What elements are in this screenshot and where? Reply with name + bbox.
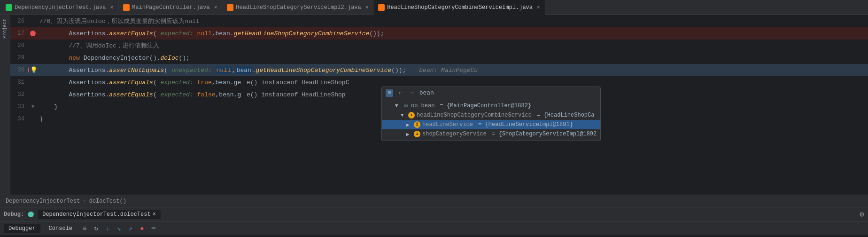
line-code-29: new DependencyInjector().doIoc(); bbox=[38, 55, 868, 62]
code-line-28: 28 //7、调用doIoc，进行依赖注入 bbox=[10, 40, 868, 52]
main-area: Project 26 //6、因为没调用doIoc，所以成员变量的实例应该为nu… bbox=[0, 15, 868, 195]
breadcrumb-method[interactable]: doIocTest() bbox=[89, 198, 126, 205]
tooltip-nav-back[interactable]: ← bbox=[397, 89, 404, 97]
warning-icon-30: 💡 bbox=[30, 66, 38, 74]
line-code-31: Assertions.assertEquals( expected: true,… bbox=[38, 79, 868, 86]
tree-icon-combine: i bbox=[408, 112, 415, 118]
tab-icon-java-1 bbox=[123, 4, 130, 11]
sidebar-project-label[interactable]: Project bbox=[1, 17, 8, 40]
tab-icon-test bbox=[6, 4, 12, 11]
inline-hint-30: bean: MainPageCo bbox=[419, 67, 478, 74]
tab-headline-combine-service[interactable]: HeadLineShopCategoryCombineServiceImpl.j… bbox=[373, 0, 545, 15]
line-number-31: 31 bbox=[10, 79, 28, 86]
nav-run-cursor-icon[interactable]: ● bbox=[138, 224, 146, 233]
tab-label-main: MainPageController.java bbox=[132, 4, 210, 11]
breakpoint-30[interactable] bbox=[28, 67, 29, 73]
nav-step-out-icon[interactable]: ↗ bbox=[127, 223, 134, 233]
debug-label: Debug: bbox=[4, 211, 24, 218]
debug-tab-close[interactable]: × bbox=[153, 211, 156, 218]
gutter-30: 💡 bbox=[28, 66, 38, 74]
tree-item-combine-service[interactable]: ▼ i headLineShopCategoryCombineService =… bbox=[382, 111, 600, 120]
nav-rerun-icon[interactable]: ↻ bbox=[92, 223, 100, 233]
line-number-34: 34 bbox=[10, 116, 28, 122]
fold-indicator-33[interactable]: ▼ bbox=[31, 104, 35, 110]
console-label: Console bbox=[49, 225, 72, 232]
tree-item-bean[interactable]: ▼ ∞ oo bean = {MainPageController@1882} bbox=[382, 101, 600, 111]
debug-tab-label: DependencyInjectorTest.doIocTest bbox=[42, 211, 150, 218]
nav-step-over-icon[interactable]: ↓ bbox=[104, 224, 111, 233]
tab-close-2[interactable]: × bbox=[214, 5, 217, 10]
line-number-32: 32 bbox=[10, 91, 28, 98]
debugger-label: Debugger bbox=[8, 225, 36, 232]
gutter-27 bbox=[28, 31, 38, 36]
gutter-33: ▼ bbox=[28, 104, 38, 110]
breakpoint-27[interactable] bbox=[30, 31, 36, 36]
code-line-30: 30 💡 Assertions.assertNotEquals( unexpec… bbox=[10, 64, 868, 76]
line-number-28: 28 bbox=[10, 42, 28, 49]
tree-arrow-bean: ▼ bbox=[395, 103, 401, 109]
debug-bar: Debug: ⬤ DependencyInjectorTest.doIocTes… bbox=[0, 207, 868, 221]
line-32-suffix: e() instanceof HeadLineShop bbox=[247, 91, 346, 98]
tooltip-title: bean bbox=[419, 89, 434, 96]
nav-evaluate-icon[interactable]: ⌨ bbox=[150, 223, 157, 233]
debug-green-icon: ⬤ bbox=[28, 211, 34, 218]
tree-item-shop-service[interactable]: ▶ i shopCategoryService = {ShopCategoryS… bbox=[382, 129, 600, 139]
tab-label-dependency: DependencyInjectorTest.java bbox=[15, 4, 106, 11]
editor-area: 26 //6、因为没调用doIoc，所以成员变量的实例应该为null 27 As… bbox=[10, 15, 868, 195]
line-number-30: 30 bbox=[10, 67, 28, 73]
sidebar: Project bbox=[0, 15, 10, 195]
nav-step-into-icon[interactable]: ↘ bbox=[115, 223, 123, 233]
tab-label-headline2: HeadLineShopCategoryServiceImpl2.java bbox=[236, 4, 361, 11]
breadcrumb-class[interactable]: DependencyInjectorTest bbox=[6, 198, 80, 205]
debug-tooltip-popup: ⊞ ← → bean ▼ ∞ oo bean = {MainPageContro… bbox=[381, 87, 601, 141]
tab-label-headline-combine: HeadLineShopCategoryCombineServiceImpl.j… bbox=[387, 4, 533, 11]
tab-headline-service-impl2[interactable]: HeadLineShopCategoryServiceImpl2.java × bbox=[222, 0, 373, 15]
tree-arrow-combine: ▼ bbox=[401, 112, 406, 118]
tab-dependency-injector[interactable]: DependencyInjectorTest.java × bbox=[1, 0, 118, 15]
breadcrumb-bar: DependencyInjectorTest › doIocTest() bbox=[0, 195, 868, 207]
line-31-suffix: e() instanceof HeadLineShopC bbox=[247, 79, 349, 86]
line-code-27: Assertions.assertEquals( expected: null,… bbox=[38, 30, 868, 37]
tab-bar: DependencyInjectorTest.java × MainPageCo… bbox=[0, 0, 868, 15]
line-code-30: Assertions.assertNotEquals( unexpected: … bbox=[38, 67, 868, 74]
debug-tab-dependency[interactable]: DependencyInjectorTest.doIocTest × bbox=[38, 210, 161, 219]
line-number-29: 29 bbox=[10, 55, 28, 61]
line-code-28: //7、调用doIoc，进行依赖注入 bbox=[38, 41, 868, 50]
tooltip-body: ▼ ∞ oo bean = {MainPageController@1882} … bbox=[382, 99, 600, 141]
line-number-26: 26 bbox=[10, 18, 28, 24]
line-number-27: 27 bbox=[10, 30, 28, 37]
tree-icon-headline: i bbox=[414, 121, 420, 128]
tree-icon-shop: i bbox=[414, 131, 420, 137]
tab-close-3[interactable]: × bbox=[365, 5, 369, 10]
breadcrumb-sep: › bbox=[83, 198, 86, 205]
debugger-tab[interactable]: Debugger bbox=[4, 224, 40, 233]
tooltip-header: ⊞ ← → bean bbox=[382, 87, 600, 99]
line-number-33: 33 bbox=[10, 103, 28, 110]
tree-arrow-shop: ▶ bbox=[406, 131, 412, 137]
code-line-29: 29 new DependencyInjector().doIoc(); bbox=[10, 52, 868, 64]
tree-icon-bean: ∞ bbox=[403, 103, 409, 109]
line-code-26: //6、因为没调用doIoc，所以成员变量的实例应该为null bbox=[38, 17, 868, 25]
tab-icon-java-3 bbox=[378, 4, 385, 11]
tree-item-headline-service[interactable]: ▶ i headLineService = {HeadLineServiceIm… bbox=[382, 120, 600, 129]
code-line-26: 26 //6、因为没调用doIoc，所以成员变量的实例应该为null bbox=[10, 15, 868, 27]
tree-arrow-headline: ▶ bbox=[406, 122, 412, 128]
tab-close-4[interactable]: × bbox=[537, 5, 540, 10]
tab-close-1[interactable]: × bbox=[110, 5, 113, 10]
console-tab[interactable]: Console bbox=[44, 224, 77, 233]
code-line-27: 27 Assertions.assertEquals( expected: nu… bbox=[10, 27, 868, 40]
nav-up-icon[interactable]: ≡ bbox=[81, 224, 88, 233]
tab-main-page-controller[interactable]: MainPageController.java × bbox=[118, 0, 222, 15]
tab-icon-java-2 bbox=[227, 4, 233, 11]
settings-icon[interactable]: ⚙ bbox=[860, 210, 864, 219]
tooltip-nav-forward[interactable]: → bbox=[408, 89, 416, 97]
bottom-toolbar: Debugger Console ≡ ↻ ↓ ↘ ↗ ● ⌨ bbox=[0, 221, 868, 235]
tooltip-icon: ⊞ bbox=[386, 89, 393, 97]
